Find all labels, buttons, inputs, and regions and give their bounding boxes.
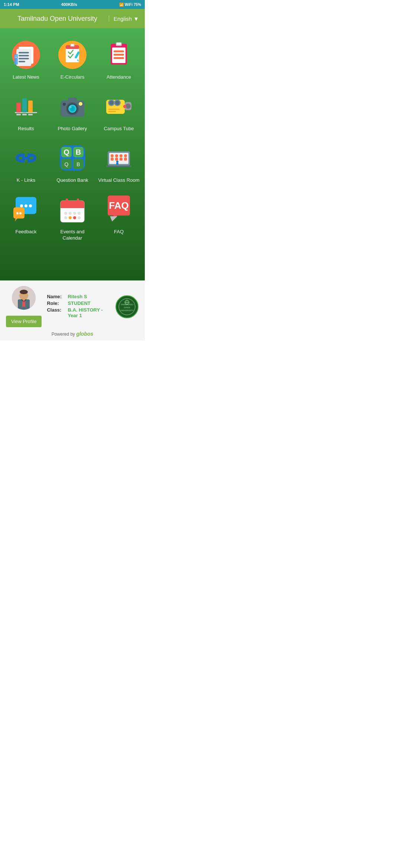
svg-point-102 xyxy=(20,290,28,294)
e-circulars-label: E-Circulars xyxy=(61,74,84,80)
university-logo: TAMILNADU OPEN UNIVERSITY xyxy=(115,295,139,319)
svg-rect-51 xyxy=(108,109,120,110)
attendance-icon xyxy=(102,39,135,71)
photo-gallery-label: Photo Gallery xyxy=(58,126,87,132)
svg-text:Q: Q xyxy=(63,148,69,156)
grid-item-photo-gallery[interactable]: Photo Gallery xyxy=(50,87,95,135)
language-label: English xyxy=(114,16,132,22)
svg-rect-88 xyxy=(77,198,79,204)
svg-rect-29 xyxy=(117,43,121,45)
svg-rect-34 xyxy=(16,114,21,115)
svg-rect-56 xyxy=(22,157,30,160)
svg-rect-86 xyxy=(61,205,84,208)
question-bank-label: Question Bank xyxy=(56,177,88,184)
svg-rect-8 xyxy=(15,56,16,56)
svg-point-76 xyxy=(116,161,118,163)
svg-point-44 xyxy=(79,102,82,106)
svg-point-42 xyxy=(69,106,72,108)
feedback-label: Feedback xyxy=(15,229,36,235)
svg-rect-10 xyxy=(15,57,16,58)
svg-point-96 xyxy=(78,216,81,219)
e-circulars-icon xyxy=(56,39,89,71)
k-links-icon xyxy=(10,142,42,174)
grid-item-latest-news[interactable]: Latest News xyxy=(4,36,48,83)
svg-rect-26 xyxy=(114,54,124,56)
svg-rect-31 xyxy=(16,103,21,112)
header: Tamilnadu Open University English ▼ xyxy=(0,9,145,28)
grid-item-k-links[interactable]: K - Links xyxy=(4,139,48,187)
svg-point-90 xyxy=(69,212,72,215)
powered-by-text: Powered by xyxy=(52,332,75,337)
grid-item-attendance[interactable]: Attendance xyxy=(97,36,141,83)
svg-point-45 xyxy=(63,103,66,106)
svg-point-55 xyxy=(123,105,126,108)
svg-point-70 xyxy=(115,154,118,157)
svg-rect-32 xyxy=(22,98,27,112)
svg-point-82 xyxy=(16,212,19,214)
status-data: 400KB/s xyxy=(61,2,77,7)
brand-name: globos xyxy=(76,331,93,337)
k-links-label: K - Links xyxy=(17,177,36,184)
grid-item-virtual-class-room[interactable]: Virtual Class Room xyxy=(97,139,141,187)
svg-point-49 xyxy=(109,101,114,105)
grid-item-faq[interactable]: FAQ FAQ xyxy=(97,190,141,244)
svg-point-89 xyxy=(64,212,67,215)
name-value: Ritesh S xyxy=(68,294,87,299)
grid-item-feedback[interactable]: Feedback xyxy=(4,190,48,244)
results-icon xyxy=(10,90,42,123)
photo-gallery-icon xyxy=(56,90,89,123)
svg-rect-75 xyxy=(124,158,127,161)
svg-text:B: B xyxy=(76,161,80,167)
view-profile-button[interactable]: View Profile xyxy=(6,316,42,327)
svg-text:UNIVERSITY: UNIVERSITY xyxy=(120,309,134,312)
campus-tube-label: Campus Tube xyxy=(104,126,134,132)
svg-rect-71 xyxy=(115,158,118,161)
svg-point-91 xyxy=(73,212,76,215)
svg-point-50 xyxy=(115,101,120,105)
latest-news-label: Latest News xyxy=(13,74,39,80)
language-selector[interactable]: English ▼ xyxy=(109,16,139,22)
svg-rect-43 xyxy=(68,98,77,102)
battery-icon: 75% xyxy=(134,3,141,7)
svg-rect-77 xyxy=(116,163,118,165)
grid-item-question-bank[interactable]: Q B Q B Question Bank xyxy=(50,139,95,187)
results-label: Results xyxy=(18,126,34,132)
svg-rect-35 xyxy=(22,114,27,115)
status-time: 1:14 PM xyxy=(4,2,19,7)
signal-icon: 📶 xyxy=(119,3,124,7)
profile-section: View Profile Name: Ritesh S Role: STUDEN… xyxy=(6,286,139,327)
svg-rect-36 xyxy=(28,114,33,115)
svg-rect-2 xyxy=(16,49,31,66)
svg-point-95 xyxy=(73,216,76,219)
campus-tube-icon xyxy=(102,90,135,123)
svg-point-93 xyxy=(64,216,67,219)
grid-item-campus-tube[interactable]: Campus Tube xyxy=(97,87,141,135)
svg-point-79 xyxy=(20,204,23,207)
question-bank-icon: Q B Q B xyxy=(56,142,89,174)
svg-rect-78 xyxy=(106,165,131,167)
grid-item-results[interactable]: Results xyxy=(4,87,48,135)
name-label: Name: xyxy=(47,294,65,299)
svg-rect-16 xyxy=(71,44,74,46)
role-label: Role: xyxy=(47,300,65,306)
svg-point-94 xyxy=(69,216,72,219)
grid-item-e-circulars[interactable]: E-Circulars xyxy=(50,36,95,83)
svg-point-54 xyxy=(125,103,131,109)
svg-point-68 xyxy=(111,154,114,157)
svg-rect-4 xyxy=(19,55,29,56)
svg-rect-69 xyxy=(111,158,114,161)
attendance-label: Attendance xyxy=(107,74,131,80)
dropdown-icon: ▼ xyxy=(133,16,139,22)
wifi-icon: WiFi xyxy=(125,3,133,7)
powered-by: Powered by globos xyxy=(6,331,139,337)
grid-item-events-calendar[interactable]: Events and Calendar xyxy=(50,190,95,244)
svg-rect-6 xyxy=(19,61,25,62)
svg-text:B: B xyxy=(76,148,81,156)
svg-text:OPEN: OPEN xyxy=(124,306,130,309)
class-row: Class: B.A. HISTORY - Year 1 xyxy=(47,307,110,318)
svg-rect-3 xyxy=(19,52,29,53)
faq-icon: FAQ xyxy=(102,193,135,226)
main-content: Latest News xyxy=(0,28,145,280)
svg-point-80 xyxy=(25,204,27,207)
svg-rect-5 xyxy=(19,58,29,59)
